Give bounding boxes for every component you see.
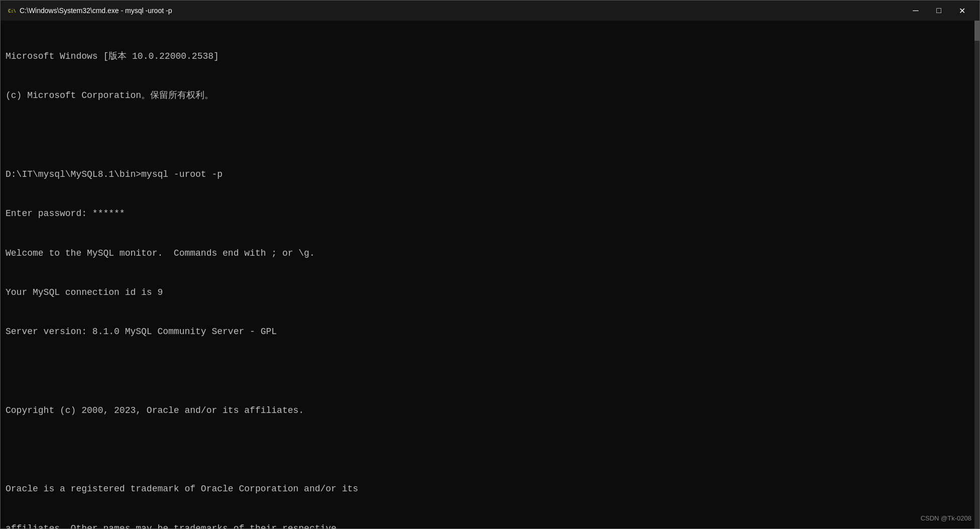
scrollbar-thumb[interactable]	[974, 21, 979, 41]
cmd-icon: C:\	[7, 6, 16, 15]
terminal-line-6: Your MySQL connection id is 9	[6, 286, 974, 299]
window-title: C:\Windows\System32\cmd.exe - mysql -uro…	[20, 7, 904, 15]
terminal-line-2	[6, 129, 974, 142]
close-button[interactable]: ✕	[950, 1, 973, 21]
terminal-line-8	[6, 364, 974, 377]
watermark: CSDN @Tk-0208	[921, 514, 971, 523]
terminal-line-11: Oracle is a registered trademark of Orac…	[6, 482, 974, 495]
minimize-button[interactable]: ─	[904, 1, 927, 21]
terminal-line-0: Microsoft Windows [版本 10.0.22000.2538]	[6, 50, 974, 63]
scrollbar[interactable]	[974, 21, 979, 528]
terminal-line-12: affiliates. Other names may be trademark…	[6, 522, 974, 528]
title-bar: C:\ C:\Windows\System32\cmd.exe - mysql …	[1, 1, 979, 21]
cmd-window: C:\ C:\Windows\System32\cmd.exe - mysql …	[0, 0, 980, 529]
terminal-body[interactable]: Microsoft Windows [版本 10.0.22000.2538] (…	[1, 21, 979, 528]
terminal-line-3: D:\IT\mysql\MySQL8.1\bin>mysql -uroot -p	[6, 168, 974, 181]
svg-text:C:\: C:\	[8, 9, 16, 14]
maximize-button[interactable]: □	[927, 1, 950, 21]
terminal-line-5: Welcome to the MySQL monitor. Commands e…	[6, 247, 974, 260]
terminal-line-10	[6, 443, 974, 456]
terminal-line-9: Copyright (c) 2000, 2023, Oracle and/or …	[6, 404, 974, 417]
terminal-line-7: Server version: 8.1.0 MySQL Community Se…	[6, 325, 974, 338]
terminal-line-4: Enter password: ******	[6, 207, 974, 220]
window-controls: ─ □ ✕	[904, 1, 973, 21]
terminal-line-1: (c) Microsoft Corporation。保留所有权利。	[6, 89, 974, 102]
